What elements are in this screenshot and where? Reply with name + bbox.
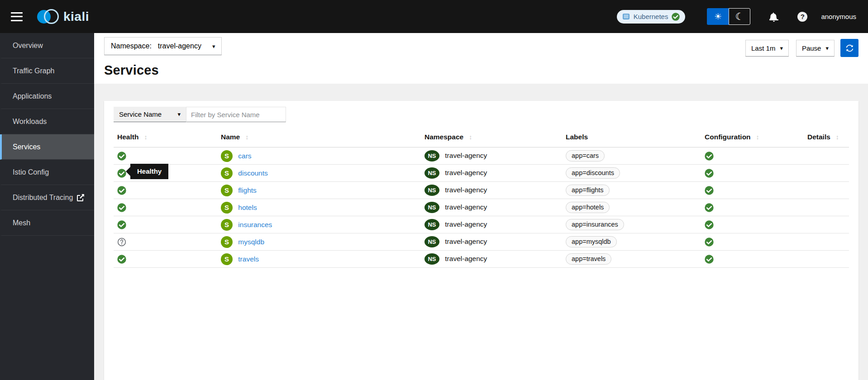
filter-input[interactable] xyxy=(186,107,286,122)
health-healthy-icon[interactable] xyxy=(117,220,214,229)
health-healthy-icon[interactable] xyxy=(117,203,214,212)
filter-type-dropdown[interactable]: Service Name ▾ xyxy=(114,107,186,122)
refresh-interval-dropdown[interactable]: Pause ▾ xyxy=(796,40,835,57)
namespace-cell: NS travel-agency xyxy=(421,182,562,199)
duration-dropdown[interactable]: Last 1m ▾ xyxy=(745,40,789,57)
sidebar-item-services[interactable]: Services xyxy=(0,134,94,160)
namespace-badge-icon: NS xyxy=(424,202,439,213)
kubernetes-cluster-badge[interactable]: Kubernetes xyxy=(617,10,686,24)
config-valid-icon[interactable] xyxy=(705,186,800,195)
namespace-cell: NS travel-agency xyxy=(421,165,562,182)
label-pill: app=flights xyxy=(566,185,610,196)
namespace-badge-icon: NS xyxy=(424,236,439,247)
namespace-dropdown[interactable]: Namespace: travel-agency ▾ xyxy=(104,37,222,55)
sort-icon[interactable]: ↕ xyxy=(756,133,759,141)
config-cell xyxy=(701,251,804,268)
services-card: Service Name ▾ Health↕ Name↕ Name xyxy=(104,101,858,380)
service-link[interactable]: travels xyxy=(238,255,259,263)
labels-cell: app=mysqldb xyxy=(562,233,701,251)
name-cell: S travels xyxy=(217,251,421,268)
label-pill: app=cars xyxy=(566,150,605,162)
column-header-configuration[interactable]: Configuration↕ xyxy=(701,128,804,147)
namespace-cell: NS travel-agency xyxy=(421,216,562,233)
service-badge-icon: S xyxy=(221,253,233,265)
sidebar-item-workloads[interactable]: Workloads xyxy=(0,109,94,134)
health-healthy-icon[interactable] xyxy=(117,152,214,161)
sidebar: Overview Traffic Graph Applications Work… xyxy=(0,33,94,380)
sidebar-item-istio-config[interactable]: Istio Config xyxy=(0,160,94,185)
column-header-namespace[interactable]: Namespace↕ xyxy=(421,128,562,147)
config-valid-icon[interactable] xyxy=(705,255,800,264)
help-button[interactable]: ? xyxy=(797,12,807,22)
labels-cell: app=travels xyxy=(562,251,701,268)
health-cell xyxy=(114,233,217,251)
column-header-health[interactable]: Health↕ xyxy=(114,128,217,147)
service-link[interactable]: cars xyxy=(238,152,251,160)
column-header-details[interactable]: Details↕ xyxy=(804,128,849,147)
service-link[interactable]: discounts xyxy=(238,169,267,177)
namespace-text: travel-agency xyxy=(445,152,487,159)
table-row: S cars NS travel-agency app=cars xyxy=(114,147,849,165)
dark-theme-button[interactable]: ☾ xyxy=(729,8,750,25)
kiali-logo-ring-icon xyxy=(44,9,59,24)
light-theme-button[interactable]: ☀ xyxy=(707,8,729,25)
namespace-cell: NS travel-agency xyxy=(421,233,562,251)
health-cell xyxy=(114,216,217,233)
notifications-button[interactable] xyxy=(769,12,778,22)
service-link[interactable]: insurances xyxy=(238,221,272,228)
labels-cell: app=flights xyxy=(562,182,701,199)
namespace-badge-icon: NS xyxy=(424,150,439,162)
name-cell: S insurances xyxy=(217,216,421,233)
sun-icon: ☀ xyxy=(714,11,722,22)
sidebar-item-mesh[interactable]: Mesh xyxy=(0,210,94,236)
hamburger-menu-icon[interactable] xyxy=(11,12,23,21)
external-link-icon xyxy=(77,194,84,201)
labels-cell: app=cars xyxy=(562,147,701,165)
service-badge-icon: S xyxy=(221,185,233,196)
table-row: S travels NS travel-agency app=travels xyxy=(114,251,849,268)
page-title: Services xyxy=(104,63,858,78)
cluster-label: Kubernetes xyxy=(634,13,668,20)
health-unknown-icon[interactable] xyxy=(117,238,214,247)
config-cell xyxy=(701,216,804,233)
labels-cell: app=hotels xyxy=(562,199,701,216)
sidebar-item-applications[interactable]: Applications xyxy=(0,84,94,109)
moon-icon: ☾ xyxy=(735,11,744,23)
sidebar-item-overview[interactable]: Overview xyxy=(0,33,94,58)
theme-toggle: ☀ ☾ xyxy=(707,8,750,25)
namespace-cell: NS travel-agency xyxy=(421,251,562,268)
name-cell: S cars xyxy=(217,147,421,165)
config-valid-icon[interactable] xyxy=(705,203,800,212)
details-cell xyxy=(804,147,849,165)
service-badge-icon: S xyxy=(221,150,233,162)
health-cell xyxy=(114,182,217,199)
service-badge-icon: S xyxy=(221,236,233,248)
details-cell xyxy=(804,216,849,233)
config-valid-icon[interactable] xyxy=(705,152,800,161)
config-valid-icon[interactable] xyxy=(705,220,800,229)
service-link[interactable]: flights xyxy=(238,186,257,194)
sort-icon[interactable]: ↕ xyxy=(245,133,248,141)
namespace-cell: NS travel-agency xyxy=(421,199,562,216)
label-pill: app=travels xyxy=(566,253,611,265)
chevron-down-icon: ▾ xyxy=(177,111,181,118)
service-link[interactable]: mysqldb xyxy=(238,238,264,246)
table-row: S mysqldb NS travel-agency app=mysqldb xyxy=(114,233,849,251)
column-header-labels[interactable]: Labels xyxy=(562,128,701,147)
table-row: S hotels NS travel-agency app=hotels xyxy=(114,199,849,216)
column-header-name[interactable]: Name↕ xyxy=(217,128,421,147)
health-healthy-icon[interactable] xyxy=(117,186,214,195)
sort-icon[interactable]: ↕ xyxy=(836,133,839,141)
sidebar-item-distributed-tracing[interactable]: Distributed Tracing xyxy=(0,185,94,210)
sort-icon[interactable]: ↕ xyxy=(469,133,472,141)
config-valid-icon[interactable] xyxy=(705,238,800,247)
health-healthy-icon[interactable] xyxy=(117,255,214,264)
name-cell: S flights xyxy=(217,182,421,199)
namespace-value: travel-agency xyxy=(158,42,201,50)
refresh-button[interactable] xyxy=(840,39,858,57)
service-link[interactable]: hotels xyxy=(238,204,257,211)
config-valid-icon[interactable] xyxy=(705,169,800,178)
sidebar-item-traffic-graph[interactable]: Traffic Graph xyxy=(0,58,94,84)
sort-icon[interactable]: ↕ xyxy=(144,133,147,141)
health-cell xyxy=(114,199,217,216)
